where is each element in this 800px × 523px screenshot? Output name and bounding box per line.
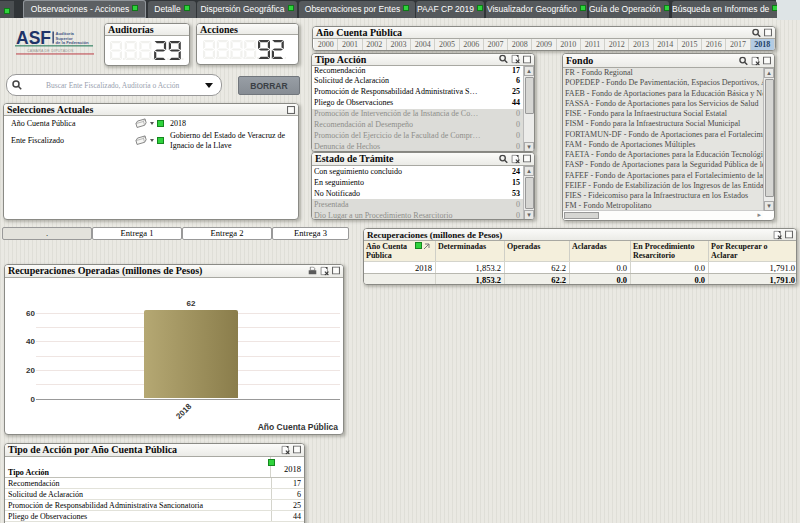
- svg-text:de la Federación: de la Federación: [56, 40, 89, 45]
- svg-text:CÁMARA DE DIPUTADOS: CÁMARA DE DIPUTADOS: [27, 49, 74, 53]
- svg-text:ASF: ASF: [16, 30, 51, 48]
